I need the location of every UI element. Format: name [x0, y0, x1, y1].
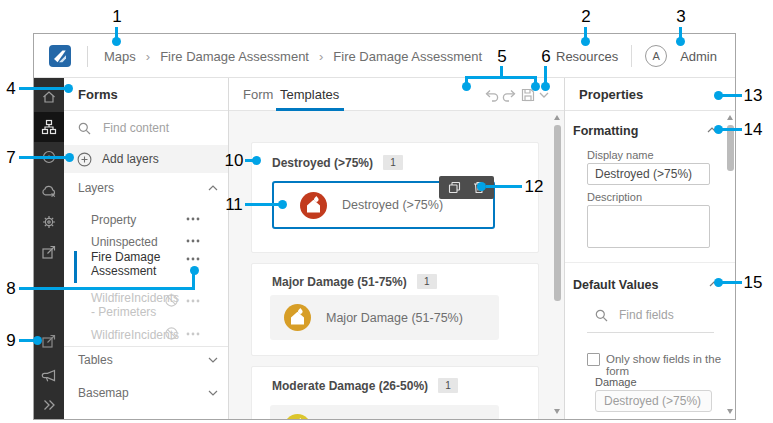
- group-title: Moderate Damage (26-50%): [272, 379, 428, 393]
- expand-chevrons-icon[interactable]: [34, 390, 64, 420]
- layer-item-fire-damage-assessment[interactable]: Fire Damage Assessment: [91, 250, 183, 278]
- callout-line: [722, 128, 742, 131]
- callout-dot: [112, 37, 121, 46]
- app-window: Maps › Fire Damage Assessment › Fire Dam…: [33, 33, 736, 420]
- undo-icon[interactable]: [484, 87, 500, 103]
- tables-label: Tables: [78, 353, 113, 367]
- resources-link[interactable]: Resources: [556, 49, 618, 64]
- app-header: Maps › Fire Damage Assessment › Fire Dam…: [34, 34, 735, 78]
- selected-layer-indicator: [74, 251, 77, 283]
- divider: [64, 346, 228, 347]
- only-show-fields-label: Only show fields in the form: [606, 353, 736, 377]
- add-layers-button[interactable]: Add layers: [64, 145, 228, 173]
- display-name-input[interactable]: [587, 163, 710, 185]
- settings-gear-icon[interactable]: [34, 207, 64, 237]
- breadcrumb-separator: ›: [146, 49, 150, 64]
- callout-line: [722, 94, 742, 97]
- scroll-down-arrow[interactable]: [727, 409, 733, 414]
- callout-dot: [462, 82, 471, 91]
- avatar[interactable]: A: [645, 45, 667, 67]
- properties-scrollbar[interactable]: [726, 111, 734, 420]
- layer-item-property[interactable]: Property: [91, 213, 136, 227]
- scrollbar-thumb[interactable]: [554, 125, 561, 301]
- search-icon: [78, 122, 91, 135]
- annotated-screenshot: Maps › Fire Damage Assessment › Fire Dam…: [0, 0, 773, 423]
- layer-label: Fire Damage Assessment: [91, 250, 183, 278]
- callout-line: [722, 281, 742, 284]
- tab-templates[interactable]: Templates: [280, 78, 339, 111]
- forms-panel-header: Forms: [64, 78, 228, 111]
- template-card-major-damage[interactable]: Major Damage (51-75%): [270, 295, 499, 340]
- template-group-destroyed: Destroyed (>75%) 1 Destroyed (>75%): [251, 142, 539, 253]
- properties-panel: Properties Formatting Display name Descr…: [564, 78, 736, 420]
- default-values-section-label: Default Values: [573, 278, 658, 292]
- callout-dot: [541, 82, 550, 91]
- template-card-moderate-damage[interactable]: Moderate Damage (26-50%): [270, 405, 499, 420]
- breadcrumb: Maps › Fire Damage Assessment › Fire Dam…: [104, 34, 482, 78]
- properties-panel-header: Properties: [565, 78, 736, 111]
- app-logo[interactable]: [49, 45, 71, 67]
- description-textarea[interactable]: [587, 205, 710, 248]
- basemap-section-header[interactable]: Basemap: [78, 386, 218, 400]
- only-show-fields-checkbox[interactable]: [587, 353, 600, 366]
- search-underline: [587, 332, 714, 333]
- tab-form[interactable]: Form: [243, 78, 273, 111]
- callout-dot: [676, 37, 685, 46]
- callout-dot: [581, 37, 590, 46]
- search-input[interactable]: [101, 120, 195, 136]
- group-title: Destroyed (>75%): [272, 156, 373, 170]
- scroll-up-arrow[interactable]: [727, 115, 733, 120]
- card-label: Destroyed (>75%): [342, 198, 443, 212]
- callout-dot: [190, 266, 199, 275]
- redo-icon[interactable]: [501, 87, 517, 103]
- user-menu[interactable]: Admin: [680, 49, 717, 64]
- callout-line: [19, 87, 66, 90]
- callout-14: 14: [744, 120, 763, 140]
- group-heading: Major Damage (51-75%) 1: [272, 274, 437, 289]
- callout-dot: [65, 153, 74, 162]
- forms-panel: Forms Add layers Layers: [64, 78, 229, 420]
- options-icon[interactable]: [186, 332, 200, 336]
- destroyed-template-icon: [300, 192, 327, 219]
- find-fields-input[interactable]: [617, 307, 701, 323]
- options-icon[interactable]: [186, 299, 200, 303]
- scroll-up-arrow[interactable]: [554, 115, 560, 120]
- forms-icon[interactable]: [34, 112, 64, 142]
- options-icon[interactable]: [186, 257, 200, 261]
- templates-panel: Form Templates: [229, 78, 564, 420]
- damage-field-value[interactable]: Destroyed (>75%): [595, 390, 712, 412]
- scroll-down-arrow[interactable]: [554, 409, 560, 414]
- offline-cloud-icon[interactable]: [34, 177, 64, 207]
- callout-line: [245, 203, 281, 206]
- breadcrumb-map-name[interactable]: Fire Damage Assessment: [160, 49, 309, 64]
- not-allowed-icon: [165, 327, 178, 340]
- layers-section-label: Layers: [78, 181, 114, 195]
- basemap-label: Basemap: [78, 386, 129, 400]
- layer-item-wildfireincidents-perimeters: WildfireIncidents - Perimeters: [91, 291, 169, 319]
- duplicate-icon[interactable]: [448, 181, 461, 194]
- scrollbar-thumb[interactable]: [727, 125, 734, 171]
- active-tab-indicator: [276, 108, 344, 111]
- options-icon[interactable]: [186, 239, 200, 243]
- find-fields-search[interactable]: [595, 307, 701, 323]
- templates-scrollbar[interactable]: [553, 111, 561, 420]
- display-name-label: Display name: [587, 149, 654, 161]
- not-allowed-icon: [165, 294, 178, 307]
- callout-dot: [278, 200, 287, 209]
- formatting-section-label: Formatting: [573, 124, 638, 138]
- callout-dot: [477, 182, 486, 191]
- layer-item-uninspected[interactable]: Uninspected: [91, 235, 158, 249]
- callout-line: [486, 185, 522, 188]
- feedback-megaphone-icon[interactable]: [34, 361, 64, 391]
- breadcrumb-maps[interactable]: Maps: [104, 49, 136, 64]
- share-icon[interactable]: [34, 237, 64, 267]
- header-divider: [87, 46, 88, 67]
- callout-line: [465, 76, 537, 79]
- find-content-search[interactable]: [78, 120, 195, 136]
- group-heading: Destroyed (>75%) 1: [272, 155, 403, 170]
- callout-4: 4: [6, 79, 15, 99]
- template-group-major-damage: Major Damage (51-75%) 1 Major Damage (51…: [251, 263, 539, 356]
- tables-section-header[interactable]: Tables: [78, 353, 218, 367]
- layers-section-header[interactable]: Layers: [78, 181, 218, 195]
- options-icon[interactable]: [186, 217, 200, 221]
